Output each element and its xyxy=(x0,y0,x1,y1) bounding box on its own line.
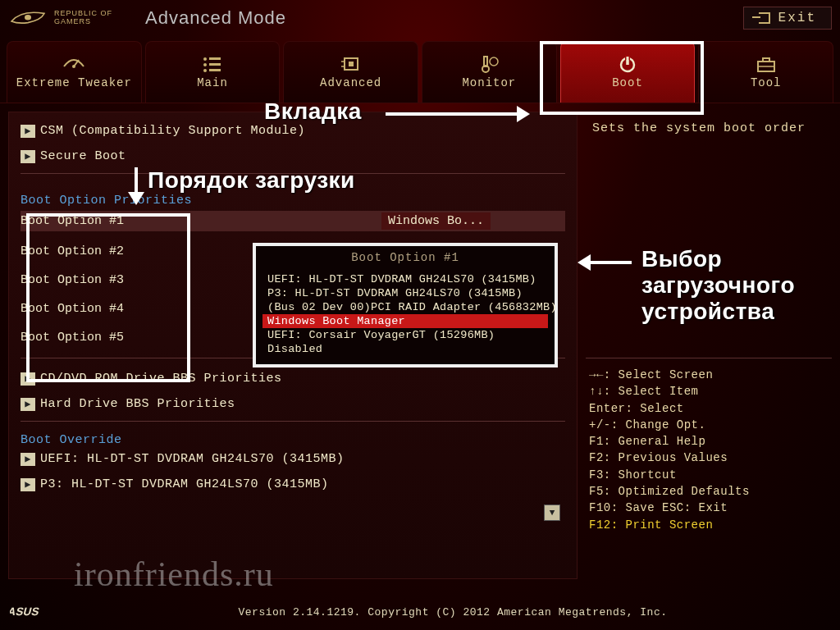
exit-icon xyxy=(759,12,770,24)
svg-rect-10 xyxy=(349,62,354,66)
annotation-order-label: Порядок загрузки xyxy=(148,167,355,194)
watermark: ironfriends.ru xyxy=(74,555,274,594)
boot-priorities-heading: Boot Option Priorities xyxy=(21,194,565,208)
list-icon xyxy=(201,55,224,73)
copyright: Version 2.14.1219. Copyright (C) 2012 Am… xyxy=(75,606,830,619)
popup-item[interactable]: UEFI: Corsair VoyagerGT (15296MB) xyxy=(262,328,548,342)
annotation-device-label: Выбор загрузочного устройства xyxy=(641,246,795,326)
tab-extreme-tweaker[interactable]: Extreme Tweaker xyxy=(7,41,142,103)
svg-point-15 xyxy=(490,57,498,66)
popup-item[interactable]: Disabled xyxy=(262,342,548,356)
rog-logo: REPUBLIC OF GAMERS xyxy=(8,8,112,28)
svg-rect-8 xyxy=(209,69,221,71)
svg-point-5 xyxy=(203,63,207,66)
expand-icon: ▶ xyxy=(21,453,35,466)
menu-csm[interactable]: ▶ CSM (Compatibility Support Module) xyxy=(21,122,565,139)
annotation-tab-label: Вкладка xyxy=(264,98,362,125)
chip-icon xyxy=(340,55,363,73)
power-icon xyxy=(616,55,639,73)
expand-icon: ▶ xyxy=(21,150,35,163)
popup-item[interactable]: UEFI: HL-DT-ST DVDRAM GH24LS70 (3415MB) xyxy=(262,272,548,286)
svg-point-0 xyxy=(25,15,31,20)
scroll-down-button[interactable]: ▼ xyxy=(544,504,560,521)
exit-button[interactable]: Exit xyxy=(743,7,832,30)
tab-boot[interactable]: Boot xyxy=(560,41,696,103)
help-panel: Sets the system boot order →←: Select Sc… xyxy=(586,112,832,579)
popup-item-selected[interactable]: Windows Boot Manager xyxy=(262,314,548,328)
footer: ASUS Version 2.14.1219. Copyright (C) 20… xyxy=(0,597,840,630)
rog-eye-icon xyxy=(8,8,48,28)
tab-tool[interactable]: Tool xyxy=(698,41,833,103)
separator xyxy=(21,421,565,422)
override-item-0[interactable]: ▶ UEFI: HL-DT-ST DVDRAM GH24LS70 (3415MB… xyxy=(21,450,565,468)
svg-point-7 xyxy=(203,69,207,72)
svg-rect-21 xyxy=(763,58,769,62)
menu-secure-boot[interactable]: ▶ Secure Boot xyxy=(21,148,565,165)
thermometer-icon xyxy=(477,55,500,73)
tweaker-icon xyxy=(62,55,85,73)
expand-icon: ▶ xyxy=(21,478,35,491)
menu-cdrom-bbs[interactable]: ▶ CD/DVD ROM Drive BBS Priorities xyxy=(21,370,565,387)
svg-point-2 xyxy=(72,65,75,68)
annotation-arrow-left xyxy=(582,261,632,264)
expand-icon: ▶ xyxy=(21,125,35,138)
popup-title: Boot Option #1 xyxy=(256,246,555,272)
annotation-arrow-right xyxy=(386,112,525,116)
brand-line2: GAMERS xyxy=(54,18,112,26)
boot-option-1[interactable]: Boot Option #1 Windows Bo... xyxy=(21,211,565,231)
tab-main[interactable]: Main xyxy=(145,41,281,103)
boot-option-popup: Boot Option #1 UEFI: HL-DT-ST DVDRAM GH2… xyxy=(253,243,558,368)
asus-logo: ASUS xyxy=(10,602,75,622)
svg-rect-4 xyxy=(209,57,221,60)
hotkey-legend: →←: Select Screen ↑↓: Select Item Enter:… xyxy=(586,358,832,541)
svg-text:ASUS: ASUS xyxy=(10,605,41,618)
popup-item[interactable]: (Bus 02 Dev 00)PCI RAID Adapter (456832M… xyxy=(262,300,548,314)
override-item-1[interactable]: ▶ P3: HL-DT-ST DVDRAM GH24LS70 (3415MB) xyxy=(21,476,565,493)
svg-rect-6 xyxy=(209,63,221,66)
toolbox-icon xyxy=(755,55,778,73)
svg-point-3 xyxy=(203,57,207,61)
boot-option-1-value[interactable]: Windows Bo... xyxy=(381,212,491,230)
popup-item[interactable]: P3: HL-DT-ST DVDRAM GH24LS70 (3415MB) xyxy=(262,286,548,300)
menu-hdd-bbs[interactable]: ▶ Hard Drive BBS Priorities xyxy=(21,395,565,413)
tab-monitor[interactable]: Monitor xyxy=(422,41,557,103)
tab-advanced[interactable]: Advanced xyxy=(283,41,418,103)
annotation-arrow-down xyxy=(135,167,138,200)
mode-title: Advanced Mode xyxy=(145,7,286,29)
expand-icon: ▶ xyxy=(21,398,35,411)
popup-list: UEFI: HL-DT-ST DVDRAM GH24LS70 (3415MB) … xyxy=(256,272,555,364)
top-bar: REPUBLIC OF GAMERS Advanced Mode Exit xyxy=(0,0,840,36)
tab-bar: Extreme Tweaker Main Advanced Monitor Bo… xyxy=(0,41,840,103)
boot-override-heading: Boot Override xyxy=(21,433,565,447)
expand-icon: ▶ xyxy=(21,372,35,386)
exit-label: Exit xyxy=(778,11,816,25)
